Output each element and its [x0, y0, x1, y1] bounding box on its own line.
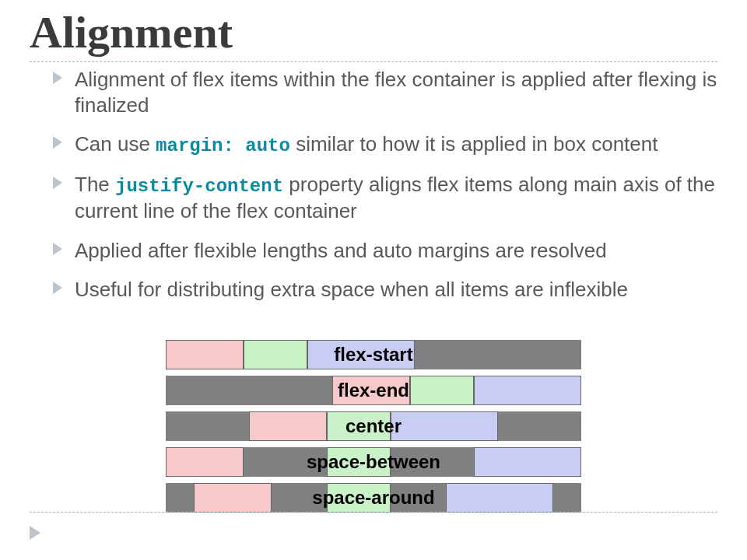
bullet-text-pre: The [75, 173, 115, 196]
flex-item-box [474, 376, 581, 405]
flex-item-box [194, 483, 272, 513]
bullet-text: Useful for distributing extra space when… [75, 278, 628, 301]
flex-item-box [410, 376, 474, 405]
bullet-item: Alignment of flex items within the flex … [58, 67, 717, 117]
flex-item-box [244, 340, 307, 369]
code-inline: justify-content [115, 176, 283, 197]
triangle-icon [53, 72, 62, 84]
bullet-item: Can use margin: auto similar to how it i… [58, 131, 717, 158]
triangle-icon [53, 177, 62, 189]
diagram-container: flex-startflex-endcenterspace-betweenspa… [0, 340, 747, 513]
bullet-item: Useful for distributing extra space when… [58, 277, 717, 303]
divider-top [30, 61, 717, 62]
flex-item-box [474, 447, 581, 477]
flex-item-box [327, 483, 391, 513]
flex-item-box [446, 483, 553, 513]
bullet-text-pre: Can use [75, 132, 156, 156]
bullet-text-post: similar to how it is applied in box cont… [290, 132, 658, 156]
slide: Alignment Alignment of flex items within… [0, 0, 747, 560]
flex-item-box [307, 340, 415, 369]
diagram-row: space-between [166, 447, 581, 477]
bullet-item: Applied after flexible lengths and auto … [58, 238, 717, 264]
flex-item-box [249, 411, 327, 441]
bullet-text: Applied after flexible lengths and auto … [75, 239, 607, 262]
bullet-list: Alignment of flex items within the flex … [30, 67, 717, 303]
triangle-icon [53, 136, 62, 149]
flex-item-box [166, 340, 244, 369]
code-inline: margin: auto [156, 135, 290, 156]
flex-item-box [166, 447, 244, 477]
justify-content-diagram: flex-startflex-endcenterspace-betweenspa… [166, 340, 581, 513]
diagram-row: flex-end [166, 376, 581, 405]
diagram-row: center [166, 411, 581, 441]
flex-item-box [391, 411, 498, 441]
flex-item-box [327, 411, 391, 441]
triangle-icon [53, 282, 62, 294]
triangle-icon [30, 526, 40, 540]
divider-bottom [30, 512, 717, 513]
triangle-icon [53, 243, 62, 255]
diagram-row: space-around [166, 483, 581, 513]
diagram-row: flex-start [166, 340, 581, 369]
flex-item-box [332, 376, 410, 405]
flex-item-box [327, 447, 391, 477]
page-title: Alignment [30, 6, 717, 58]
bullet-item: The justify-content property aligns flex… [58, 172, 717, 224]
bullet-text: Alignment of flex items within the flex … [75, 68, 717, 117]
